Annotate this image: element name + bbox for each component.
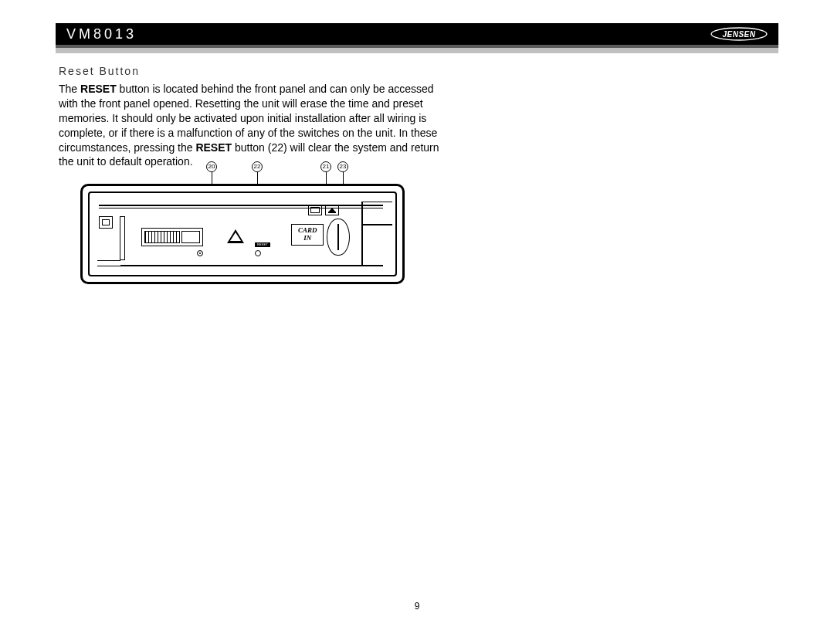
left-module [99, 216, 127, 260]
disc-slot [99, 205, 383, 206]
callout-number: 22 [252, 161, 263, 172]
body-paragraph: The RESET button is located behind the f… [59, 82, 453, 169]
reset-button-label: RESET [255, 242, 270, 247]
callout-number: 23 [337, 161, 348, 172]
text-fragment: The [59, 83, 80, 95]
bottom-rail [102, 265, 383, 266]
callout-number: 20 [206, 161, 217, 172]
card-in-label: CARD IN [291, 224, 324, 246]
card-label-line2: IN [303, 234, 311, 242]
device-diagram: 20 22 21 23 RESET [80, 166, 405, 286]
small-square-icon [99, 216, 113, 229]
reset-bold: RESET [80, 83, 117, 95]
screw-icon [255, 250, 261, 256]
vertical-bar-icon [120, 216, 125, 260]
eject-button-icon [325, 205, 339, 215]
reset-bold: RESET [195, 141, 232, 154]
card-label-line1: CARD [298, 226, 317, 234]
svg-text:JENSEN: JENSEN [722, 30, 755, 39]
brand-logo: JENSEN [710, 27, 768, 41]
warning-triangle-icon [227, 229, 244, 243]
end-panel [361, 202, 392, 267]
header-divider [56, 45, 778, 53]
device-face: RESET CARD IN [88, 192, 397, 276]
content-column: Reset Button The RESET button is located… [59, 65, 453, 169]
jensen-logo-icon: JENSEN [710, 27, 768, 41]
page-number: 9 [415, 601, 420, 612]
section-heading: Reset Button [59, 65, 453, 77]
header-bar: VM8013 JENSEN [56, 23, 778, 45]
bottom-plate [97, 260, 120, 266]
screw-icon [197, 250, 203, 256]
slot-line [99, 208, 383, 208]
device-chassis: RESET CARD IN [80, 184, 405, 284]
card-slot-icon [327, 219, 350, 256]
callout-number: 21 [320, 161, 331, 172]
cartridge-icon [141, 228, 203, 246]
small-button-icon [308, 205, 322, 215]
model-number: VM8013 [66, 26, 137, 42]
